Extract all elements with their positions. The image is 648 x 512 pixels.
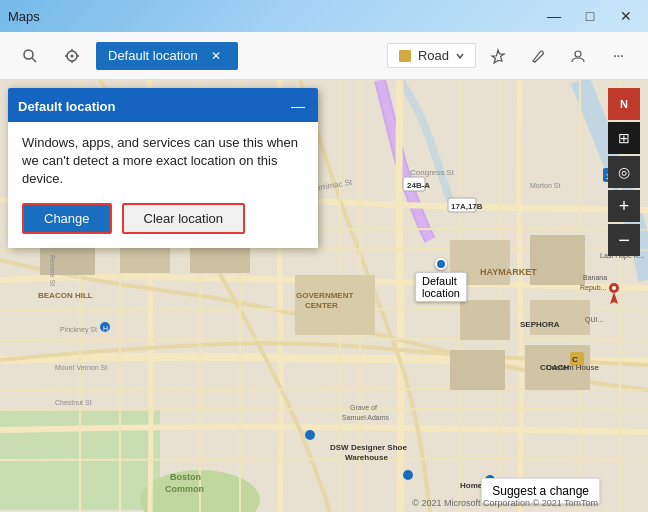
svg-point-3 xyxy=(71,54,74,57)
dialog-body: Windows, apps, and services can use this… xyxy=(8,122,318,248)
target-button[interactable]: ◎ xyxy=(608,156,640,188)
svg-rect-26 xyxy=(530,300,590,335)
svg-rect-24 xyxy=(530,235,585,285)
svg-text:24B-A: 24B-A xyxy=(407,181,430,190)
svg-text:Repub...: Repub... xyxy=(580,284,607,292)
app-title: Maps xyxy=(8,9,40,24)
svg-text:Chestnut St: Chestnut St xyxy=(55,399,92,406)
svg-rect-27 xyxy=(450,350,505,390)
dialog-buttons: Change Clear location xyxy=(22,203,304,234)
svg-text:BEACON HILL: BEACON HILL xyxy=(38,291,93,300)
ink-button[interactable] xyxy=(520,38,556,74)
search-button[interactable] xyxy=(12,38,48,74)
svg-text:Congress St: Congress St xyxy=(410,168,455,177)
svg-text:Morton St: Morton St xyxy=(530,182,560,189)
svg-point-10 xyxy=(575,51,581,57)
svg-text:Boston: Boston xyxy=(170,472,201,482)
dialog-title: Default location xyxy=(18,99,280,114)
road-mode-button[interactable]: Road xyxy=(387,43,476,68)
svg-rect-8 xyxy=(399,50,411,62)
location-button[interactable] xyxy=(54,38,90,74)
svg-text:SEPHORA: SEPHORA xyxy=(520,320,560,329)
svg-point-54 xyxy=(403,470,413,480)
marker-dot xyxy=(435,258,447,270)
svg-point-77 xyxy=(612,286,616,290)
svg-text:GOVERNMENT: GOVERNMENT xyxy=(296,291,353,300)
svg-text:Banana: Banana xyxy=(583,274,607,281)
svg-text:CENTER: CENTER xyxy=(305,301,338,310)
svg-line-9 xyxy=(533,61,535,62)
svg-line-1 xyxy=(32,58,36,62)
toolbar-right: Road ··· xyxy=(387,38,636,74)
svg-point-53 xyxy=(305,430,315,440)
dialog-body-text: Windows, apps, and services can use this… xyxy=(22,134,304,189)
favorites-button[interactable] xyxy=(480,38,516,74)
svg-text:Custom House: Custom House xyxy=(546,363,599,372)
default-location-dialog: Default location — Windows, apps, and se… xyxy=(8,88,318,248)
svg-text:Samuel Adams: Samuel Adams xyxy=(342,414,390,421)
svg-text:Revere St: Revere St xyxy=(49,255,56,286)
grid-button[interactable]: ⊞ xyxy=(608,122,640,154)
svg-point-0 xyxy=(24,50,33,59)
svg-text:Common: Common xyxy=(165,484,204,494)
zoom-out-button[interactable]: − xyxy=(608,224,640,256)
marker-label: Defaultlocation xyxy=(415,272,467,302)
default-location-label: Default location xyxy=(108,48,198,63)
panel-close-button[interactable]: ✕ xyxy=(206,46,226,66)
map-copyright: © 2021 Microsoft Corporation © 2021 TomT… xyxy=(412,498,598,508)
map-container: HAYMARKET GOVERNMENT CENTER BEACON HILL … xyxy=(0,80,648,512)
change-button[interactable]: Change xyxy=(22,203,112,234)
svg-text:H: H xyxy=(103,325,108,332)
svg-text:DSW Designer Shoe: DSW Designer Shoe xyxy=(330,443,407,452)
map-controls: N ⊞ ◎ + − xyxy=(608,88,640,256)
minimize-button[interactable]: — xyxy=(540,2,568,30)
road-mode-label: Road xyxy=(418,48,449,63)
svg-text:HAYMARKET: HAYMARKET xyxy=(480,267,537,277)
more-button[interactable]: ··· xyxy=(600,38,636,74)
app-toolbar: Default location ✕ Road xyxy=(0,32,648,80)
svg-text:Warehouse: Warehouse xyxy=(345,453,388,462)
zoom-in-button[interactable]: + xyxy=(608,190,640,222)
clear-location-button[interactable]: Clear location xyxy=(122,203,246,234)
svg-text:17A,17B: 17A,17B xyxy=(451,202,483,211)
svg-text:Pinckney St: Pinckney St xyxy=(60,326,97,334)
svg-text:QUI...: QUI... xyxy=(585,316,603,324)
default-location-panel[interactable]: Default location ✕ xyxy=(96,42,238,70)
svg-text:Mount Vernon St: Mount Vernon St xyxy=(55,364,107,371)
svg-text:Grave of: Grave of xyxy=(350,404,377,411)
dialog-minimize-button[interactable]: — xyxy=(288,96,308,116)
dialog-header: Default location — xyxy=(8,88,318,122)
title-bar: Maps — □ ✕ xyxy=(0,0,648,32)
north-indicator: N xyxy=(608,88,640,120)
location-marker: Defaultlocation xyxy=(415,258,467,302)
svg-rect-25 xyxy=(460,300,510,340)
maximize-button[interactable]: □ xyxy=(576,2,604,30)
close-button[interactable]: ✕ xyxy=(612,2,640,30)
profile-button[interactable] xyxy=(560,38,596,74)
